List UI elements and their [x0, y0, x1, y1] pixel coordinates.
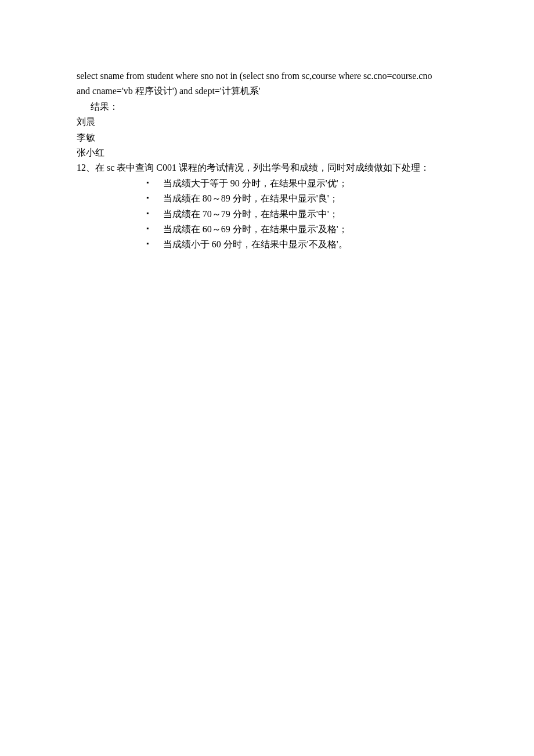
result-item-2: 李敏 [77, 130, 457, 145]
bullet-list: 当成绩大于等于 90 分时，在结果中显示'优'； 当成绩在 80～89 分时，在… [77, 176, 457, 253]
bullet-text: 当成绩在 60～69 分时，在结果中显示'及格'； [163, 224, 348, 234]
sql-line-2: and cname='vb 程序设计') and sdept='计算机系' [77, 84, 457, 99]
bullet-text: 当成绩小于 60 分时，在结果中显示'不及格'。 [163, 239, 348, 249]
list-item: 当成绩大于等于 90 分时，在结果中显示'优'； [146, 176, 457, 191]
question-12: 12、在 sc 表中查询 C001 课程的考试情况，列出学号和成绩，同时对成绩做… [77, 160, 457, 175]
bullet-text: 当成绩在 80～89 分时，在结果中显示'良'； [163, 193, 338, 203]
list-item: 当成绩在 60～69 分时，在结果中显示'及格'； [146, 222, 457, 237]
bullet-text: 当成绩在 70～79 分时，在结果中显示'中'； [163, 209, 338, 219]
list-item: 当成绩在 80～89 分时，在结果中显示'良'； [146, 191, 457, 206]
list-item: 当成绩在 70～79 分时，在结果中显示'中'； [146, 207, 457, 222]
result-item-3: 张小红 [77, 145, 457, 160]
bullet-text: 当成绩大于等于 90 分时，在结果中显示'优'； [163, 178, 348, 188]
list-item: 当成绩小于 60 分时，在结果中显示'不及格'。 [146, 237, 457, 252]
sql-line-1: select sname from student where sno not … [77, 69, 457, 84]
result-label: 结果： [77, 99, 457, 114]
result-item-1: 刘晨 [77, 114, 457, 129]
